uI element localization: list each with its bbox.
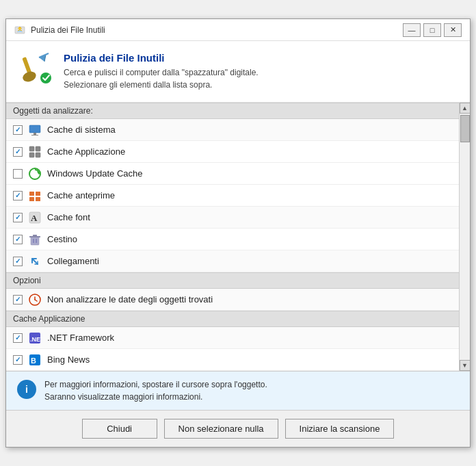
monitor-icon	[28, 123, 42, 137]
label-cache-app: Cache Applicazione	[47, 146, 125, 157]
label-bing: Bing News	[47, 354, 90, 365]
svg-line-26	[35, 300, 37, 301]
list-item: Cache Applicazione	[6, 141, 459, 163]
svg-text:.NET: .NET	[30, 336, 42, 343]
scan-button[interactable]: Iniziare la scansione	[285, 419, 395, 439]
list-item: Cestino	[6, 229, 459, 250]
scroll-down-button[interactable]: ▼	[460, 360, 471, 371]
header-section: Pulizia dei File Inutili Cerca e pulisci…	[6, 41, 470, 103]
clock-icon	[28, 293, 42, 307]
svg-rect-21	[33, 235, 37, 236]
header-title: Pulizia dei File Inutili	[64, 52, 259, 64]
section-header-cache-app: Cache Applicazione	[6, 311, 459, 327]
main-window: Pulizia dei File Inutili — □ ✕ Pulizia d…	[5, 18, 471, 448]
scroll-up-button[interactable]: ▲	[460, 103, 471, 114]
svg-rect-6	[34, 133, 36, 135]
title-controls: — □ ✕	[403, 23, 462, 37]
title-text: Pulizia dei File Inutili	[31, 25, 105, 35]
checkbox-non-analizzare-date[interactable]	[13, 295, 23, 305]
section-header-opzioni: Opzioni	[6, 272, 459, 289]
content-area: Oggetti da analizzare: Cache di sistema …	[6, 103, 470, 371]
label-non-analizzare: Non analizzare le date degli oggetti tro…	[47, 294, 213, 305]
list-item: .NET .NET Framework	[6, 327, 459, 349]
header-text: Pulizia dei File Inutili Cerca e pulisci…	[64, 52, 259, 91]
list-item: Cache anteprime	[6, 185, 459, 207]
checkbox-windows-update[interactable]	[13, 169, 23, 179]
title-bar-icon	[14, 25, 25, 36]
label-anteprime: Cache anteprime	[47, 190, 115, 200]
svg-rect-15	[29, 197, 34, 201]
svg-rect-11	[36, 153, 40, 157]
list-item: Non analizzare le date degli oggetti tro…	[6, 289, 459, 311]
list-container[interactable]: Oggetti da analizzare: Cache di sistema …	[6, 103, 459, 371]
label-cache-sistema: Cache di sistema	[47, 125, 116, 135]
info-text: Per maggiori informazioni, spostare il c…	[44, 378, 267, 403]
scrollbar-thumb[interactable]	[460, 115, 470, 142]
close-window-button[interactable]: ✕	[444, 23, 462, 37]
label-font: Cache font	[47, 212, 90, 222]
button-bar: Chiudi Non selezionare nulla Iniziare la…	[6, 410, 470, 447]
minimize-button[interactable]: —	[403, 23, 421, 37]
checkbox-cache-app[interactable]	[13, 147, 23, 157]
svg-rect-14	[36, 192, 40, 196]
checkbox-anteprime[interactable]	[13, 191, 23, 200]
checkbox-bing[interactable]	[13, 355, 23, 365]
svg-rect-13	[29, 192, 34, 196]
svg-rect-10	[29, 153, 34, 157]
svg-rect-19	[31, 237, 39, 245]
header-desc: Cerca e pulisci il computer dalla "spazz…	[64, 66, 259, 91]
links-icon	[28, 255, 42, 268]
title-bar-left: Pulizia dei File Inutili	[14, 25, 105, 36]
list-item: Windows Update Cache	[6, 163, 459, 185]
bin-icon	[28, 233, 42, 246]
svg-rect-8	[29, 146, 34, 151]
svg-point-2	[21, 70, 38, 83]
checkbox-dotnet[interactable]	[13, 333, 23, 343]
svg-rect-16	[36, 197, 40, 201]
info-icon: i	[17, 380, 36, 399]
label-dotnet: .NET Framework	[47, 333, 114, 343]
label-cestino: Cestino	[47, 234, 77, 244]
dotnet-icon: .NET	[28, 331, 42, 345]
checkbox-cache-sistema[interactable]	[13, 125, 23, 135]
scrollbar[interactable]: ▲ ▼	[459, 103, 470, 371]
maximize-button[interactable]: □	[423, 23, 441, 37]
title-bar: Pulizia dei File Inutili — □ ✕	[6, 19, 470, 41]
svg-rect-20	[29, 236, 40, 237]
list-item: B Bing News	[6, 349, 459, 371]
checkbox-font[interactable]	[13, 213, 23, 222]
thumbnail-icon	[28, 189, 42, 203]
close-button[interactable]: Chiudi	[82, 419, 157, 439]
checkbox-cestino[interactable]	[13, 235, 23, 244]
app-icon	[28, 145, 42, 159]
svg-rect-7	[31, 135, 38, 135]
font-icon: A	[28, 211, 42, 224]
app-icon	[20, 52, 53, 85]
checkbox-collegamenti[interactable]	[13, 257, 23, 266]
bing-icon: B	[28, 353, 42, 367]
svg-text:B: B	[31, 357, 36, 365]
info-bar: i Per maggiori informazioni, spostare il…	[6, 371, 470, 410]
svg-point-4	[40, 73, 51, 83]
list-item: Collegamenti	[6, 250, 459, 272]
header-icon	[20, 52, 53, 85]
label-windows-update: Windows Update Cache	[47, 168, 142, 179]
list-item: Cache di sistema	[6, 119, 459, 141]
label-collegamenti: Collegamenti	[47, 256, 99, 266]
deselect-button[interactable]: Non selezionare nulla	[164, 419, 278, 439]
svg-rect-5	[29, 125, 40, 133]
update-icon	[28, 167, 42, 181]
list-item: A Cache font	[6, 207, 459, 229]
svg-rect-9	[36, 146, 40, 151]
section-header-oggetti: Oggetti da analizzare:	[6, 103, 459, 119]
svg-text:A: A	[31, 213, 38, 223]
